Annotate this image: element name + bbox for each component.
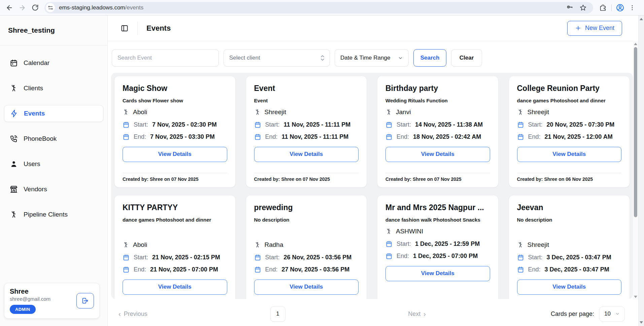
sidebar-item-vendors[interactable]: Vendors bbox=[4, 181, 103, 198]
clear-button[interactable]: Clear bbox=[451, 49, 482, 67]
search-button[interactable]: Search bbox=[413, 49, 446, 67]
event-card: preweding No description Radha Start: 26… bbox=[246, 195, 367, 299]
store-icon bbox=[10, 185, 18, 193]
start-label: Start: bbox=[134, 121, 148, 128]
client-person-icon bbox=[517, 109, 524, 116]
calendar-icon bbox=[517, 121, 524, 128]
scroll-down-icon[interactable] bbox=[640, 321, 643, 324]
address-bar[interactable]: ems-staging.leadows.com/events bbox=[44, 2, 593, 13]
logout-button[interactable] bbox=[76, 293, 94, 308]
created-by-text: Created by: Shree on 06 Nov 2025 bbox=[517, 176, 622, 182]
chevron-left-icon: ‹ bbox=[118, 311, 121, 317]
sidebar-item-phonebook[interactable]: PhoneBook bbox=[4, 130, 103, 147]
calendar-icon bbox=[517, 133, 524, 140]
bolt-icon bbox=[10, 109, 18, 118]
end-label: End: bbox=[397, 253, 409, 260]
date-range-button[interactable]: Date & Time Range bbox=[335, 49, 409, 67]
client-name: Janvi bbox=[396, 108, 411, 116]
sidebar-item-events[interactable]: Events bbox=[4, 105, 103, 122]
calendar-icon bbox=[254, 121, 261, 128]
filter-bar: Select client Date & Time Range Search C… bbox=[108, 41, 633, 67]
event-title: Jeevan bbox=[517, 203, 622, 213]
password-key-icon[interactable] bbox=[564, 2, 575, 13]
url-text: ems-staging.leadows.com/events bbox=[59, 4, 143, 11]
sidebar-item-pipeline-clients[interactable]: Pipeline Clients bbox=[4, 206, 103, 223]
sidebar-nav: CalendarClientsEventsPhoneBookUsersVendo… bbox=[0, 45, 107, 223]
scroll-up-icon[interactable] bbox=[634, 43, 637, 45]
event-card: Event Event Shreejit Start: 11 Nov, 2025… bbox=[246, 76, 367, 188]
view-details-button[interactable]: View Details bbox=[517, 280, 622, 295]
calendar-icon bbox=[385, 133, 393, 140]
scroll-up-icon[interactable] bbox=[640, 18, 643, 20]
reload-icon[interactable] bbox=[29, 2, 41, 14]
view-details-button[interactable]: View Details bbox=[123, 280, 227, 295]
next-label: Next bbox=[408, 311, 420, 318]
previous-button[interactable]: ‹ Previous bbox=[118, 311, 147, 318]
created-by-text: Created by: Shree on 07 Nov 2025 bbox=[123, 176, 227, 182]
sidebar-item-users[interactable]: Users bbox=[4, 156, 103, 172]
browser-toolbar: ems-staging.leadows.com/events bbox=[0, 0, 644, 15]
card-divider bbox=[254, 173, 359, 173]
card-divider bbox=[517, 173, 622, 173]
sidebar: Shree_testing CalendarClientsEventsPhone… bbox=[0, 15, 108, 326]
event-title: Magic Show bbox=[123, 84, 227, 94]
end-label: End: bbox=[528, 266, 541, 273]
user-card: Shree shree@gmail.com ADMIN bbox=[4, 283, 100, 319]
browser-scrollbar[interactable] bbox=[638, 15, 644, 326]
start-label: Start: bbox=[265, 254, 280, 261]
start-value: 26 Nov, 2025 - 03:56 PM bbox=[284, 254, 352, 261]
start-value: 20 Nov, 2025 - 07:30 PM bbox=[547, 121, 615, 128]
calendar-icon bbox=[517, 266, 524, 273]
cards-per-page-select[interactable]: 10 bbox=[599, 306, 625, 322]
view-details-button[interactable]: View Details bbox=[385, 266, 490, 281]
client-name: Shreejit bbox=[528, 108, 549, 116]
site-settings-icon[interactable] bbox=[46, 3, 55, 12]
event-card: Magic Show Cards show Flower show Aboli … bbox=[114, 76, 236, 188]
new-event-button[interactable]: New Event bbox=[567, 21, 622, 36]
view-details-button[interactable]: View Details bbox=[517, 147, 622, 162]
start-value: 11 Nov, 2025 - 11:11 PM bbox=[284, 121, 351, 128]
calendar-icon bbox=[385, 253, 393, 260]
page-number[interactable]: 1 bbox=[270, 306, 285, 322]
view-details-button[interactable]: View Details bbox=[385, 147, 490, 162]
scrollbar-thumb[interactable] bbox=[634, 47, 637, 217]
event-description: dance games Photoshoot and dinner bbox=[123, 217, 227, 223]
client-select[interactable]: Select client bbox=[224, 49, 330, 67]
end-label: End: bbox=[265, 133, 278, 140]
calendar-icon bbox=[254, 133, 261, 140]
start-value: 21 Nov, 2025 - 02:15 PM bbox=[152, 254, 220, 261]
view-details-button[interactable]: View Details bbox=[254, 147, 359, 162]
end-value: 11 Nov, 2025 - 11:11 PM bbox=[282, 133, 349, 140]
start-value: 7 Nov, 2025 - 02:30 PM bbox=[152, 121, 217, 128]
event-description: dance fashion walk Photoshoot Snacks bbox=[385, 217, 490, 223]
event-title: College Reunion Party bbox=[517, 84, 622, 94]
event-card: College Reunion Party dance games Photos… bbox=[509, 76, 630, 188]
cards-grid: Magic Show Cards show Flower show Aboli … bbox=[114, 76, 630, 299]
next-button[interactable]: Next › bbox=[408, 311, 426, 318]
sidebar-item-calendar[interactable]: Calendar bbox=[4, 55, 103, 71]
scroll-down-icon[interactable] bbox=[634, 296, 637, 298]
end-label: End: bbox=[265, 266, 278, 273]
client-person-icon bbox=[385, 109, 392, 116]
start-label: Start: bbox=[528, 254, 543, 261]
sidebar-toggle-icon[interactable] bbox=[118, 22, 131, 35]
search-event-input[interactable] bbox=[112, 49, 219, 67]
calendar-icon bbox=[254, 266, 261, 273]
event-card: Jeevan No description Shreejit Start: 3 … bbox=[509, 195, 630, 299]
cards-per-page-label: Cards per page: bbox=[551, 311, 594, 318]
event-description: dance games Photoshoot and dinner bbox=[517, 98, 622, 103]
view-details-button[interactable]: View Details bbox=[123, 147, 227, 162]
content-scrollbar[interactable] bbox=[633, 41, 638, 300]
bookmark-star-icon[interactable] bbox=[577, 2, 589, 13]
forward-icon[interactable] bbox=[16, 2, 28, 14]
sidebar-item-clients[interactable]: Clients bbox=[4, 80, 103, 97]
extensions-icon[interactable] bbox=[597, 2, 609, 13]
select-chevrons-icon bbox=[320, 55, 325, 61]
user-icon bbox=[10, 160, 18, 168]
role-badge: ADMIN bbox=[10, 305, 36, 314]
back-icon[interactable] bbox=[3, 2, 15, 14]
calendar-icon bbox=[123, 133, 130, 140]
menu-kebab-icon[interactable] bbox=[626, 2, 638, 13]
profile-avatar-icon[interactable] bbox=[614, 2, 626, 13]
view-details-button[interactable]: View Details bbox=[254, 280, 359, 295]
